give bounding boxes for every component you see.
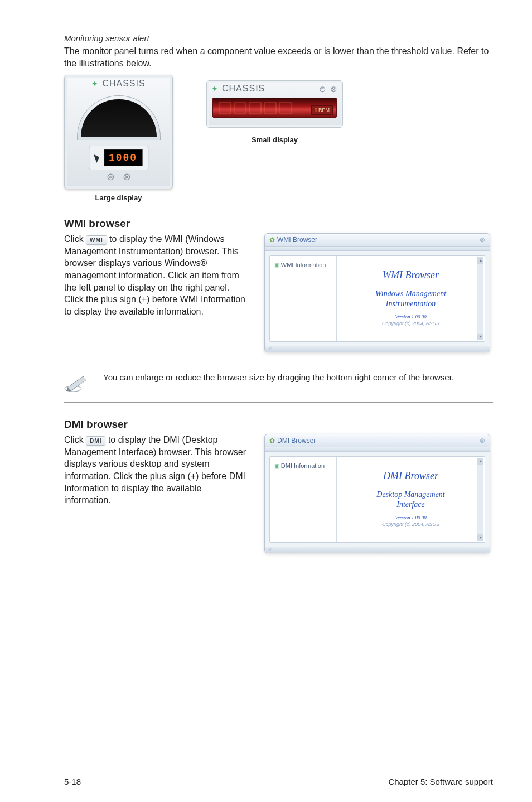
dmi-text-prefix: Click: [64, 435, 86, 445]
close-icon[interactable]: ⊗: [480, 437, 485, 445]
wmi-window-title: WMI Browser: [277, 236, 317, 244]
footer-page-number: 5-18: [64, 777, 81, 786]
scroll-up-icon[interactable]: ▴: [477, 257, 483, 264]
scrollbar[interactable]: ▴ ▾: [477, 458, 483, 541]
wmi-detail-panel: WMI Browser Windows Management Instrumen…: [337, 256, 485, 341]
close-icon[interactable]: ⊗: [480, 236, 485, 244]
resize-grip[interactable]: [265, 547, 490, 553]
window-toolbar: [265, 447, 490, 452]
large-display-caption: Large display: [64, 194, 173, 202]
dmi-text-suffix: to display the DMI (Desktop Management I…: [64, 435, 246, 505]
dmi-heading: DMI browser: [64, 418, 493, 431]
settings-icon[interactable]: ⊜: [107, 171, 115, 183]
scroll-down-icon[interactable]: ▾: [477, 534, 483, 541]
wmi-version: Version 1.00.00: [395, 314, 426, 320]
dmi-detail-panel: DMI Browser Desktop Management Interface…: [337, 457, 485, 542]
small-display-block: CHASSIS ⊜ ⊗ RPM Small display: [206, 80, 343, 144]
small-gauge-label: CHASSIS: [222, 84, 265, 94]
dmi-window-title: DMI Browser: [277, 437, 316, 445]
wmi-copyright: Copyright (c) 2004, ASUS: [382, 321, 439, 326]
wmi-button[interactable]: WMI: [86, 235, 107, 245]
wmi-text-suffix: to display the WMI (Windows Management I…: [64, 234, 245, 316]
rpm-unit-badge: RPM: [130, 125, 154, 137]
window-icon: ✿: [269, 437, 275, 445]
dmi-copyright: Copyright (c) 2004, ASUS: [382, 521, 439, 527]
dmi-paragraph: Click DMI to display the DMI (Desktop Ma…: [64, 434, 248, 506]
close-icon[interactable]: ⊗: [330, 84, 338, 94]
wmi-pane-title: WMI Browser: [383, 269, 439, 281]
rpm-unit-badge: RPM: [311, 105, 333, 115]
footer-chapter: Chapter 5: Software support: [388, 777, 493, 786]
sensor-alert-heading: Monitoring sensor alert: [64, 33, 493, 43]
wmi-pane-sub1: Windows Management: [375, 289, 446, 298]
gauge-digits: 1000: [104, 149, 142, 166]
large-gauge-panel: CHASSIS RPM 1000 ⊜ ⊗: [64, 75, 173, 189]
window-toolbar: [265, 247, 490, 251]
small-gauge-lcd: RPM: [212, 98, 337, 118]
note-text: You can enlarge or reduce the browser si…: [103, 372, 454, 392]
dmi-pane-sub1: Desktop Management: [376, 490, 444, 499]
fan-icon: [211, 84, 219, 94]
small-gauge-panel: CHASSIS ⊜ ⊗ RPM: [206, 80, 343, 128]
wmi-pane-sub2: Instrumentation: [386, 299, 436, 308]
svg-marker-1: [67, 376, 86, 391]
dmi-button[interactable]: DMI: [86, 436, 105, 446]
close-icon[interactable]: ⊗: [123, 171, 131, 183]
scroll-up-icon[interactable]: ▴: [477, 458, 483, 465]
dmi-browser-window: ✿ DMI Browser ⊗ DMI Information DMI Brow…: [264, 434, 490, 553]
scroll-down-icon[interactable]: ▾: [477, 334, 483, 340]
resize-grip[interactable]: [265, 346, 490, 352]
gauge-needle-icon: [93, 153, 100, 163]
gauge-readout-row: 1000: [89, 146, 148, 170]
gauge-arc: RPM: [77, 95, 161, 140]
sensor-alert-paragraph: The monitor panel turns red when a compo…: [64, 45, 493, 69]
wmi-browser-window: ✿ WMI Browser ⊗ WMI Information WMI Brow…: [264, 233, 490, 352]
wmi-text-prefix: Click: [64, 234, 86, 244]
note-block: You can enlarge or reduce the browser si…: [64, 364, 493, 403]
settings-icon[interactable]: ⊜: [319, 84, 327, 94]
wmi-paragraph: Click WMI to display the WMI (Windows Ma…: [64, 233, 248, 317]
window-icon: ✿: [269, 236, 275, 244]
dmi-tree-panel[interactable]: DMI Information: [270, 457, 337, 542]
dmi-tree-root[interactable]: DMI Information: [274, 462, 325, 469]
dmi-pane-title: DMI Browser: [383, 470, 438, 482]
wmi-heading: WMI browser: [64, 218, 493, 230]
small-display-caption: Small display: [206, 136, 343, 144]
wmi-tree-root[interactable]: WMI Information: [274, 262, 326, 268]
wmi-tree-panel[interactable]: WMI Information: [270, 256, 337, 341]
scrollbar[interactable]: ▴ ▾: [477, 257, 483, 340]
fan-icon: [91, 79, 99, 89]
pencil-icon: [64, 373, 90, 392]
dmi-version: Version 1.00.00: [395, 515, 426, 520]
large-gauge-label: CHASSIS: [102, 79, 145, 89]
large-display-block: CHASSIS RPM 1000 ⊜ ⊗ Large display: [64, 75, 173, 202]
dmi-pane-sub2: Interface: [396, 500, 425, 509]
